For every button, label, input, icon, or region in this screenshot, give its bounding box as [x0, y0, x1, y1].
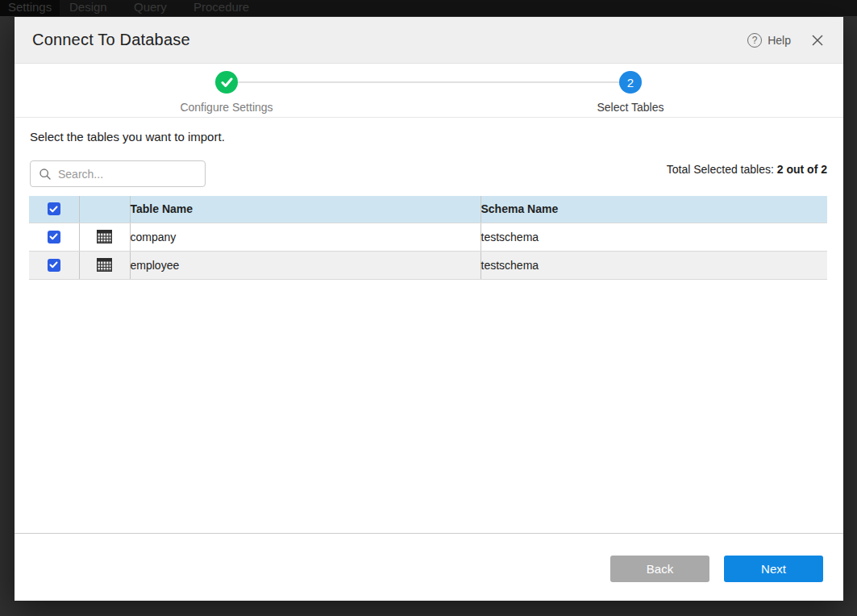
row-checkbox[interactable] [48, 259, 60, 272]
select-all-checkbox[interactable] [48, 202, 60, 215]
check-icon [49, 233, 58, 240]
dialog-title: Connect To Database [32, 31, 190, 49]
column-header-schema-name: Schema Name [481, 196, 827, 223]
background-menubar: Settings Design Query Procedure [0, 0, 857, 16]
close-icon [811, 34, 824, 47]
step-label: Select Tables [550, 101, 711, 114]
menu-item-design[interactable]: Design [69, 0, 107, 16]
close-button[interactable] [810, 33, 825, 48]
back-button[interactable]: Back [610, 556, 709, 582]
instruction-text: Select the tables you want to import. [30, 130, 225, 144]
menu-item-settings[interactable]: Settings [0, 0, 60, 16]
tables-list: Table Name Schema Name [29, 196, 827, 280]
table-name-cell: employee [130, 251, 481, 279]
check-icon [49, 206, 58, 213]
dialog-footer: Back Next [15, 533, 843, 601]
search-icon [39, 168, 52, 181]
checkmark-icon [221, 77, 233, 88]
step-select-tables: 2 Select Tables [550, 64, 711, 114]
total-selected-value: 2 out of 2 [777, 163, 827, 176]
step-label: Configure Settings [146, 101, 307, 114]
row-checkbox[interactable] [48, 231, 60, 243]
help-label: Help [768, 34, 791, 47]
step-complete-indicator [215, 71, 238, 94]
schema-name-cell: testschema [481, 251, 827, 279]
table-row[interactable]: employee testschema [29, 251, 827, 279]
menu-item-procedure[interactable]: Procedure [193, 0, 249, 16]
help-button[interactable]: ? Help [747, 33, 791, 48]
table-row[interactable]: company testschema [29, 223, 827, 251]
dialog-header: Connect To Database ? Help [15, 17, 843, 64]
search-box [30, 160, 206, 187]
menu-item-query[interactable]: Query [134, 0, 167, 16]
step-configure-settings: Configure Settings [146, 64, 307, 114]
next-button[interactable]: Next [724, 556, 823, 582]
connect-to-database-dialog: Connect To Database ? Help Configure Set [15, 17, 843, 601]
table-header-row: Table Name Schema Name [29, 196, 827, 223]
help-icon: ? [747, 33, 762, 48]
table-icon [97, 258, 112, 272]
check-icon [49, 261, 58, 268]
schema-name-cell: testschema [481, 223, 827, 251]
search-input[interactable] [58, 168, 205, 181]
wizard-stepper: Configure Settings 2 Select Tables [15, 64, 843, 118]
total-selected-label: Total Selected tables: [667, 163, 774, 176]
column-header-table-name: Table Name [130, 196, 481, 223]
total-selected-tables: Total Selected tables: 2 out of 2 [667, 161, 827, 177]
table-name-cell: company [130, 223, 481, 251]
dialog-header-actions: ? Help [747, 17, 825, 64]
table-icon [97, 230, 112, 243]
step-number-indicator: 2 [619, 71, 642, 94]
